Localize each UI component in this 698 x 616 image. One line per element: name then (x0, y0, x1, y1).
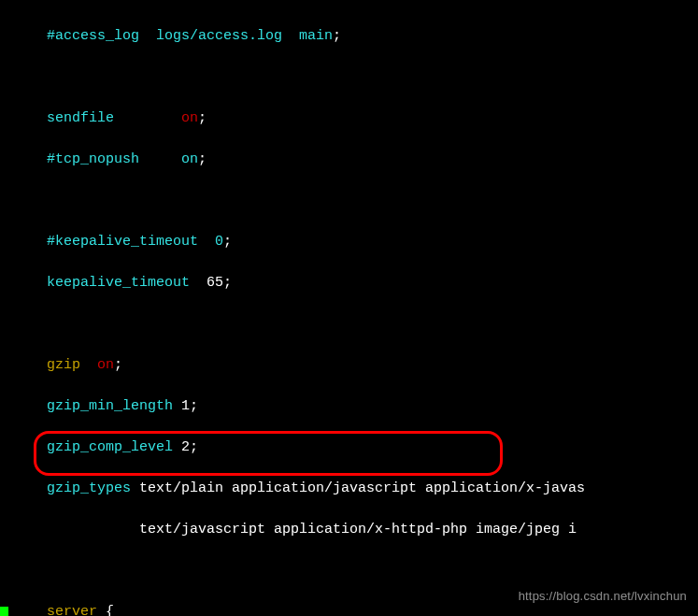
watermark-text: https://blog.csdn.net/lvxinchun (519, 586, 687, 607)
value-on: on (97, 357, 114, 373)
nginx-config-code: #access_log logs/access.log main; sendfi… (0, 0, 698, 616)
value-on: on (181, 110, 198, 126)
directive-keepalive-timeout: keepalive_timeout (47, 275, 207, 291)
terminal-cursor (0, 607, 8, 616)
comment-access-log: #access_log logs/access.log main (47, 28, 333, 44)
directive-sendfile: sendfile (47, 110, 181, 126)
gzip-types-cont: text/javascript application/x-httpd-php … (47, 522, 577, 537)
directive-gzip-comp-level: gzip_comp_level (47, 439, 181, 455)
directive-gzip: gzip (47, 357, 97, 373)
comment-tcp-nopush: #tcp_nopush on (47, 151, 198, 167)
directive-gzip-min-length: gzip_min_length (47, 398, 181, 414)
block-server: server (47, 604, 97, 616)
directive-gzip-types: gzip_types (47, 480, 139, 496)
comment-keepalive: #keepalive_timeout 0 (47, 234, 223, 250)
